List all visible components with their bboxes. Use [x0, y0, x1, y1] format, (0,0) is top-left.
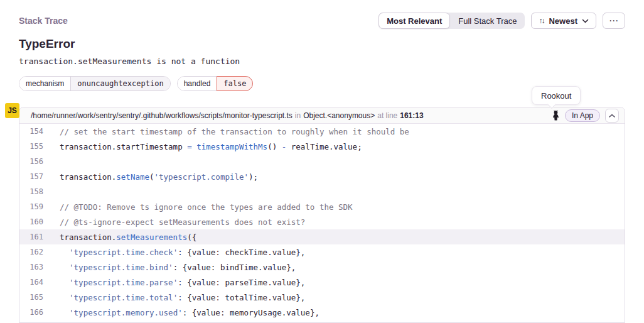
frame-header[interactable]: /home/runner/work/sentry/sentry/.github/…: [19, 107, 625, 124]
line-number: 163: [19, 263, 43, 271]
more-options-button[interactable]: ⋯: [603, 13, 625, 29]
platform-js-badge: JS: [5, 103, 19, 118]
frame-in-label: in: [295, 111, 301, 120]
rookout-icon[interactable]: [552, 110, 560, 121]
code-line-text: 'typescript.time.check': {value: checkTi…: [43, 248, 305, 257]
view-toggle: Most Relevant Full Stack Trace: [378, 13, 525, 29]
frame-file-path: /home/runner/work/sentry/sentry/.github/…: [31, 111, 292, 120]
line-number: 157: [19, 172, 43, 181]
line-number: 166: [19, 308, 43, 317]
toggle-most-relevant[interactable]: Most Relevant: [378, 13, 450, 29]
code-line-165: 165 'typescript.time.total': {value: tot…: [19, 290, 625, 305]
code-line-text: transaction.setMeasurements({: [43, 233, 196, 242]
in-app-badge: In App: [565, 109, 600, 122]
ellipsis-icon: ⋯: [609, 15, 619, 26]
tag-mechanism[interactable]: mechanism onuncaughtexception: [19, 76, 171, 91]
chevron-down-icon: [582, 19, 589, 23]
code-line-164: 164 'typescript.time.parse': {value: par…: [19, 275, 625, 290]
error-message: transaction.setMeasurements is not a fun…: [19, 57, 625, 66]
code-line-text: 'typescript.time.bind': {value: bindTime…: [43, 263, 296, 272]
stack-trace-section: Stack Trace Most Relevant Full Stack Tra…: [0, 0, 644, 323]
code-line-163: 163 'typescript.time.bind': {value: bind…: [19, 260, 625, 275]
code-line-text: transaction.setName('typescript.compile'…: [43, 172, 258, 182]
line-number: 164: [19, 278, 43, 287]
tag-key: mechanism: [19, 77, 70, 90]
code-line-156: 156: [19, 154, 625, 169]
code-line-text: 'typescript.memory.used': {value: memory…: [43, 308, 319, 317]
line-number: 162: [19, 248, 43, 256]
tag-key: handled: [178, 77, 217, 90]
line-number: 165: [19, 293, 43, 302]
code-line-159: 159// @TODO: Remove ts ignore once the t…: [19, 199, 625, 214]
code-line-155: 155transaction.startTimestamp = timestam…: [19, 139, 625, 154]
toggle-full-stack-trace[interactable]: Full Stack Trace: [450, 13, 525, 29]
error-type-title: TypeError: [19, 37, 625, 51]
line-number: 155: [19, 142, 43, 151]
sort-button-label: Newest: [549, 16, 577, 26]
code-line-154: 154// set the start timestamp of the tra…: [19, 124, 625, 139]
collapse-frame-button[interactable]: [605, 109, 619, 123]
code-line-text: // set the start timestamp of the transa…: [43, 127, 409, 136]
line-number: 158: [19, 187, 43, 196]
tag-value: false: [217, 76, 253, 91]
code-line-161: 161transaction.setMeasurements({: [19, 229, 625, 244]
tag-handled[interactable]: handled false: [177, 76, 254, 91]
code-line-text: 'typescript.time.total': {value: totalTi…: [43, 293, 305, 302]
chevron-up-icon: [609, 111, 615, 120]
frame-function-name: Object.<anonymous>: [303, 111, 375, 120]
section-title: Stack Trace: [19, 16, 68, 26]
line-number: 156: [19, 157, 43, 166]
sort-arrows-icon: ↑↓: [539, 16, 544, 25]
line-number: 160: [19, 217, 43, 226]
rookout-tooltip: Rookout: [532, 86, 581, 105]
stack-frame: /home/runner/work/sentry/sentry/.github/…: [19, 107, 625, 323]
code-line-text: transaction.startTimestamp = timestampWi…: [43, 142, 362, 151]
code-line-text: // @TODO: Remove ts ignore once the type…: [43, 202, 353, 212]
line-number: 161: [19, 233, 43, 241]
frame-header-actions: In App: [552, 109, 619, 123]
code-line-157: 157transaction.setName('typescript.compi…: [19, 169, 625, 184]
line-number: 159: [19, 202, 43, 211]
code-context: 154// set the start timestamp of the tra…: [19, 124, 625, 320]
rookout-tooltip-label: Rookout: [541, 91, 571, 101]
code-line-160: 160// @ts-ignore-expect setMeasurements …: [19, 214, 625, 229]
line-number: 154: [19, 127, 43, 136]
frame-line-position: 161:13: [400, 111, 423, 120]
frame-at-line-label: at line: [377, 111, 397, 120]
code-line-158: 158: [19, 184, 625, 199]
code-line-text: 'typescript.time.parse': {value: parseTi…: [43, 278, 305, 287]
tag-value: onuncaughtexception: [70, 77, 169, 90]
header-controls: Most Relevant Full Stack Trace ↑↓ Newest…: [378, 13, 625, 29]
code-line-text: // @ts-ignore-expect setMeasurements doe…: [43, 217, 305, 227]
sort-button[interactable]: ↑↓ Newest: [531, 13, 596, 29]
code-line-166: 166 'typescript.memory.used': {value: me…: [19, 305, 625, 320]
code-line-162: 162 'typescript.time.check': {value: che…: [19, 244, 625, 260]
stack-trace-header: Stack Trace Most Relevant Full Stack Tra…: [0, 0, 644, 29]
